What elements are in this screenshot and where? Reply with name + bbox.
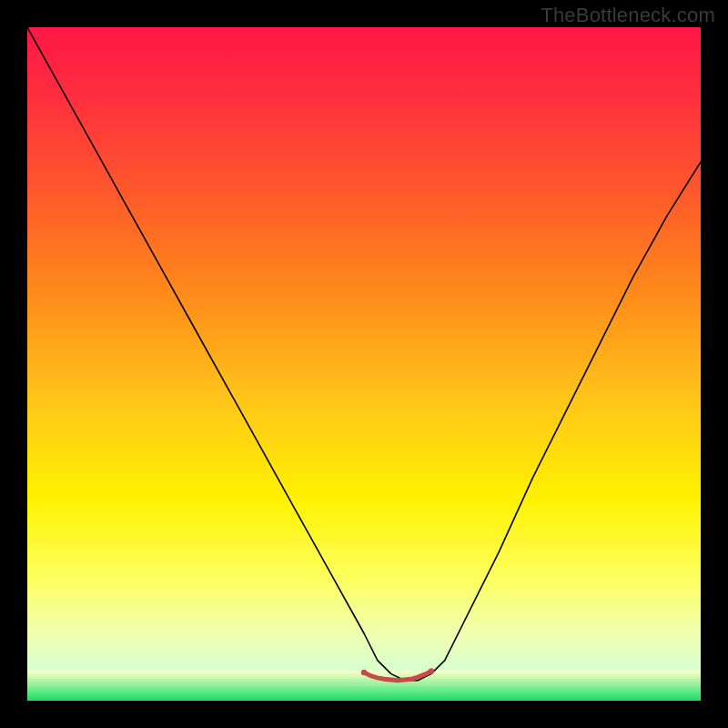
optimal-marker-cap [361, 670, 367, 675]
plot-area [27, 27, 701, 701]
band-stripe [27, 699, 701, 701]
optimal-marker-cap [429, 668, 434, 673]
gradient-background [27, 27, 701, 701]
bottleneck-chart-svg [27, 27, 701, 701]
chart-container: TheBottleneck.com [0, 0, 728, 728]
watermark-text: TheBottleneck.com [541, 4, 715, 27]
